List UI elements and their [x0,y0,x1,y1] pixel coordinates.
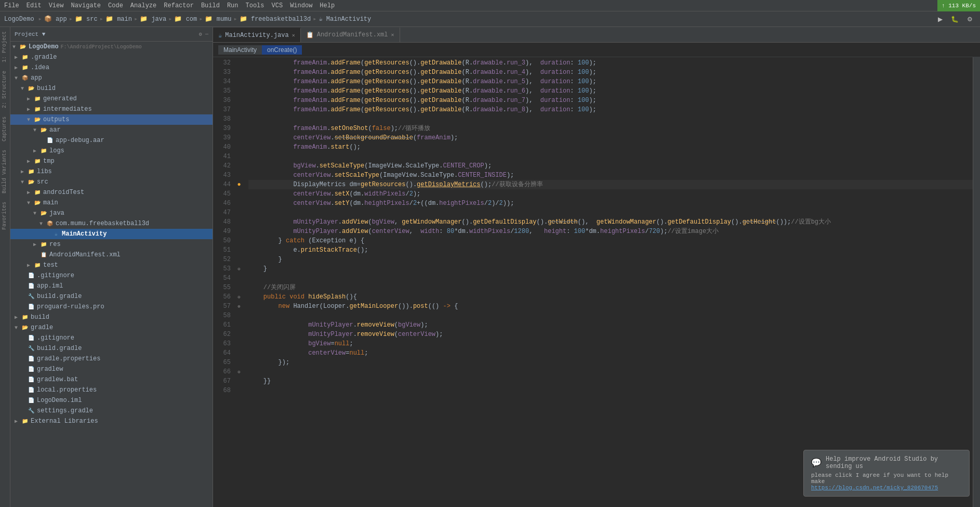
tree-local-properties[interactable]: ▶ 📄 local.properties [10,385,213,395]
tree-generated[interactable]: ▶ 📁 generated [10,94,213,104]
tree-gradlew[interactable]: ▶ 📄 gradlew [10,364,213,374]
tab-mainactivity[interactable]: ☕ MainActivity.java ✕ [213,28,301,42]
toolbar-run-btn[interactable]: ▶ [935,15,946,24]
tree-gradle-properties[interactable]: ▶ 📄 gradle.properties [10,354,213,364]
toolbar-sep4: ▸ [134,15,138,23]
menu-bar: File Edit View Navigate Code Analyze Ref… [0,0,980,11]
menu-run[interactable]: Run [227,2,239,9]
menu-window[interactable]: Window [290,2,312,9]
code-line-35: frameAnim.addFrame(getResources().getDra… [248,86,973,96]
code-gutter: ● ⊖ ⊖ ⊕ ⊖ [234,57,244,507]
toolbar-src: 📁 src [75,15,98,23]
tree-idea[interactable]: ▶ 📁 .idea [10,62,213,73]
toolbar-debug-btn[interactable]: 🐛 [948,15,962,24]
toolbar-java: 📁 java [140,15,166,23]
code-line-56: public void hideSplash(){ [248,292,973,302]
tree-gradlew-bat[interactable]: ▶ 📄 gradlew.bat [10,374,213,385]
breadcrumb-mainactivity[interactable]: MainActivity [218,45,262,55]
network-status: ↑ 113 KB/s [937,0,980,11]
panel-favorites[interactable]: Favorites [0,198,10,234]
tree-androidmanifest[interactable]: ▶ 📋 AndroidManifest.xml [10,250,213,260]
tree-src[interactable]: ▼ 📂 src [10,177,213,187]
toolbar-activity: ☕ MainActivity [319,15,371,23]
code-line-39a: frameAnim.setOneShot(false);//循环播放 [248,124,973,133]
code-line-43: centerView.setScaleType(ImageView.ScaleT… [248,171,973,180]
tree-settings-gradle[interactable]: ▶ 🔧 settings.gradle [10,406,213,416]
tree-proguard[interactable]: ▶ 📄 proguard-rules.pro [10,302,213,312]
tree-intermediates[interactable]: ▶ 📁 intermediates [10,104,213,114]
tree-androidtest[interactable]: ▶ 📁 androidTest [10,187,213,198]
code-line-48: mUnityPlayer.addView(bgView, getWindowMa… [248,217,973,227]
tree-test[interactable]: ▶ 📁 test [10,260,213,270]
code-line-53: } [248,264,973,274]
tree-build-gradle-app[interactable]: ▶ 🔧 build.gradle [10,291,213,302]
notification-link[interactable]: https://blog.csdn.net/micky_820670475 [811,485,962,491]
menu-help[interactable]: Help [320,2,335,9]
menu-tools[interactable]: Tools [246,2,264,9]
toolbar-mumu: 📁 mumu [205,15,231,23]
tree-tmp[interactable]: ▶ 📁 tmp [10,156,213,166]
tree-logs[interactable]: ▶ 📁 logs [10,146,213,156]
right-scrollbar-panel[interactable] [973,57,980,507]
code-line-36: frameAnim.addFrame(getResources().getDra… [248,96,973,105]
tree-outputs[interactable]: ▼ 📂 outputs [10,114,213,125]
tab-mainactivity-close[interactable]: ✕ [292,32,295,38]
menu-code[interactable]: Code [108,2,123,9]
toolbar-settings-btn[interactable]: ⚙ [964,15,976,24]
tree-external-libs[interactable]: ▶ 📁 External Libraries [10,416,213,426]
menu-navigate[interactable]: Navigate [71,2,101,9]
tab-manifest[interactable]: 📋 AndroidManifest.xml ✕ [301,28,400,42]
menu-analyze[interactable]: Analyze [130,2,156,9]
tree-main[interactable]: ▼ 📂 main [10,198,213,208]
tree-root[interactable]: ▼ 📂 LogoDemo F:\AndroidProject\LogoDemo [10,42,213,52]
menu-edit[interactable]: Edit [27,2,42,9]
code-line-63: bgView=null; [248,339,973,348]
tree-logodemo-iml[interactable]: ▶ 📄 LogoDemo.iml [10,395,213,406]
tree-java-folder[interactable]: ▼ 📂 java [10,208,213,218]
panel-structure[interactable]: 2: Structure [0,67,10,112]
toolbar-sep2: ▸ [69,15,73,23]
panel-build-variants[interactable]: Build Variants [0,146,10,198]
tree-app[interactable]: ▼ 📦 app [10,73,213,83]
tree-app-debug-aar[interactable]: ▶ 📄 app-debug.aar [10,135,213,146]
project-panel-header: Project ▼ ⚙ ─ [10,27,213,42]
notification-icon: 💬 [811,458,822,468]
code-line-51: e.printStackTrace(); [248,245,973,255]
menu-vcs[interactable]: VCS [272,2,283,9]
panel-project[interactable]: 1: Project [0,27,10,67]
tree-gitignore-root[interactable]: ▶ 📄 .gitignore [10,333,213,343]
project-tree: Project ▼ ⚙ ─ ▼ 📂 LogoDemo F:\AndroidPro… [10,27,213,507]
panel-captures[interactable]: Captures [0,112,10,146]
code-content[interactable]: frameAnim.addFrame(getResources().getDra… [244,57,973,507]
project-tree-body[interactable]: ▼ 📂 LogoDemo F:\AndroidProject\LogoDemo … [10,42,213,507]
method-breadcrumb: MainActivity onCreate() [213,43,980,57]
code-line-49: mUnityPlayer.addView(centerView, width: … [248,227,973,236]
code-line-52: } [248,255,973,264]
menu-build[interactable]: Build [201,2,220,9]
tree-build-root[interactable]: ▶ 📁 build [10,312,213,322]
tree-libs[interactable]: ▶ 📁 libs [10,166,213,177]
code-line-65: }); [248,358,973,367]
tree-aar[interactable]: ▼ 📂 aar [10,125,213,135]
tree-res[interactable]: ▶ 📁 res [10,239,213,250]
tree-app-iml[interactable]: ▶ 📄 app.iml [10,281,213,291]
code-line-33: frameAnim.addFrame(getResources().getDra… [248,68,973,77]
toolbar-pkg: 📁 freebasketball3d [240,15,311,23]
tree-mainactivity[interactable]: ▶ ☕ MainActivity [10,229,213,239]
tree-gitignore-app[interactable]: ▶ 📄 .gitignore [10,270,213,281]
code-line-39b: centerView.setBackgroundDrawable(frameAn… [248,133,973,142]
tree-package[interactable]: ▼ 📦 com.mumu.freebasketball3d [10,218,213,229]
tree-gradle[interactable]: ▶ 📁 .gradle [10,52,213,62]
line-numbers: 32 33 34 35 36 37 38 39 39 40 41 42 43 4… [213,57,234,507]
menu-view[interactable]: View [49,2,64,9]
menu-refactor[interactable]: Refactor [164,2,194,9]
code-line-42: bgView.setScaleType(ImageView.ScaleType.… [248,161,973,171]
breadcrumb-oncreate[interactable]: onCreate() [262,45,302,55]
tree-build[interactable]: ▼ 📂 build [10,83,213,94]
main-layout: 1: Project 2: Structure Captures Build V… [0,27,980,507]
menu-file[interactable]: File [4,2,19,9]
tree-gradle-root[interactable]: ▼ 📂 gradle [10,322,213,333]
code-editor[interactable]: 32 33 34 35 36 37 38 39 39 40 41 42 43 4… [213,57,980,507]
tab-manifest-close[interactable]: ✕ [391,32,394,38]
tree-build-gradle-root[interactable]: ▶ 🔧 build.gradle [10,343,213,354]
